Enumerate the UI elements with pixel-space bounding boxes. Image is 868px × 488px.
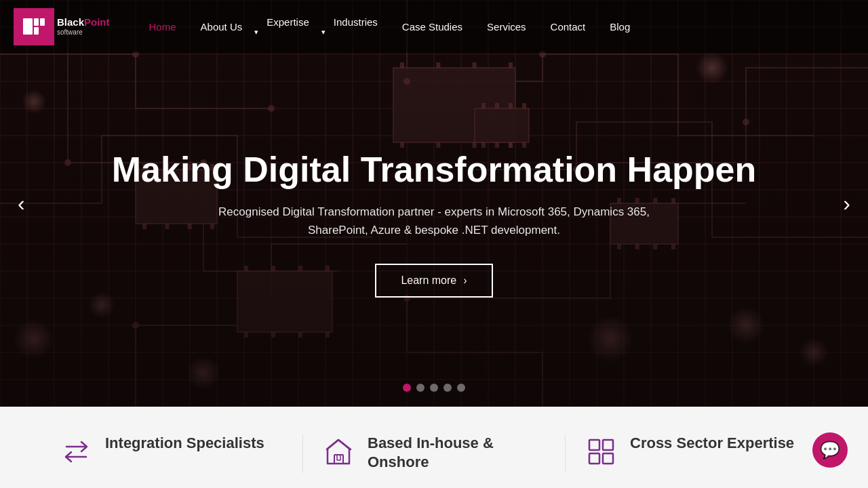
features-section: Integration Specialists Based In-house &… [0,407,868,488]
feature-integration: Integration Specialists [41,434,303,473]
nav-item-case-studies[interactable]: Case Studies [390,21,475,33]
hero-content: Making Digital Transformation Happen Rec… [0,0,868,407]
svg-rect-0 [23,18,33,35]
integration-text: Integration Specialists [105,434,264,453]
chat-icon: 💬 [820,441,840,460]
industries-chevron-icon[interactable]: ▾ [321,28,390,37]
svg-rect-2 [34,27,39,35]
next-arrow-icon: › [843,191,850,216]
slide-dots [403,384,465,392]
hero-section: ‹ Making Digital Transformation Happen R… [0,0,868,407]
cross-sector-title: Cross Sector Expertise [630,434,794,453]
dot-2[interactable] [416,384,425,392]
nav-item-contact[interactable]: Contact [538,21,598,33]
prev-slide-button[interactable]: ‹ [7,184,36,223]
svg-rect-6 [589,440,599,450]
prev-arrow-icon: ‹ [18,191,25,216]
svg-rect-1 [34,18,39,26]
inhouse-icon [323,436,354,473]
integration-title: Integration Specialists [105,434,264,453]
nav-item-services[interactable]: Services [475,21,538,33]
dot-3[interactable] [430,384,438,392]
nav-list: Home About Us Expertise ▾ Industries ▾ C… [137,16,854,37]
learn-more-button[interactable]: Learn more › [375,264,492,298]
nav-link-blog[interactable]: Blog [597,21,642,33]
nav-link-home[interactable]: Home [137,21,189,33]
feature-inhouse: Based In-house & Onshore [303,434,566,473]
nav-link-industries[interactable]: Industries [321,16,390,28]
dot-1[interactable] [403,384,411,392]
nav-link-services[interactable]: Services [475,21,538,33]
nav-item-expertise[interactable]: Expertise ▾ [254,16,321,37]
nav-item-blog[interactable]: Blog [597,21,642,33]
feature-cross-sector: Cross Sector Expertise [566,434,827,473]
inhouse-text: Based In-house & Onshore [368,434,545,471]
cta-arrow-icon: › [463,274,467,287]
cross-sector-icon [586,436,616,473]
logo-icon [22,14,46,39]
chat-button[interactable]: 💬 [812,432,848,468]
next-slide-button[interactable]: › [832,184,861,223]
svg-rect-3 [40,18,45,26]
hero-subtitle: Recognised Digital Transformation partne… [203,203,665,239]
logo[interactable]: BlackPoint software [14,8,110,45]
navigation: BlackPoint software Home About Us Expert… [0,0,868,53]
dot-5[interactable] [457,384,465,392]
logo-text: BlackPoint software [57,16,110,37]
nav-link-case-studies[interactable]: Case Studies [390,21,475,33]
svg-rect-9 [603,453,613,464]
nav-link-about[interactable]: About Us [189,21,255,33]
integration-icon [61,436,92,473]
svg-rect-8 [589,453,599,464]
nav-item-industries[interactable]: Industries ▾ [321,16,390,37]
svg-rect-7 [603,440,613,450]
inhouse-title: Based In-house & Onshore [368,434,545,471]
nav-link-expertise[interactable]: Expertise [254,16,321,28]
cross-sector-text: Cross Sector Expertise [630,434,794,453]
cta-label: Learn more [401,274,456,287]
dot-4[interactable] [443,384,452,392]
expertise-chevron-icon[interactable]: ▾ [254,28,321,37]
nav-item-about[interactable]: About Us [189,21,255,33]
nav-item-home[interactable]: Home [137,21,189,33]
logo-box [14,8,54,45]
svg-rect-4 [334,455,343,464]
svg-rect-5 [337,455,340,460]
hero-title: Making Digital Transformation Happen [112,150,757,190]
nav-link-contact[interactable]: Contact [538,21,598,33]
